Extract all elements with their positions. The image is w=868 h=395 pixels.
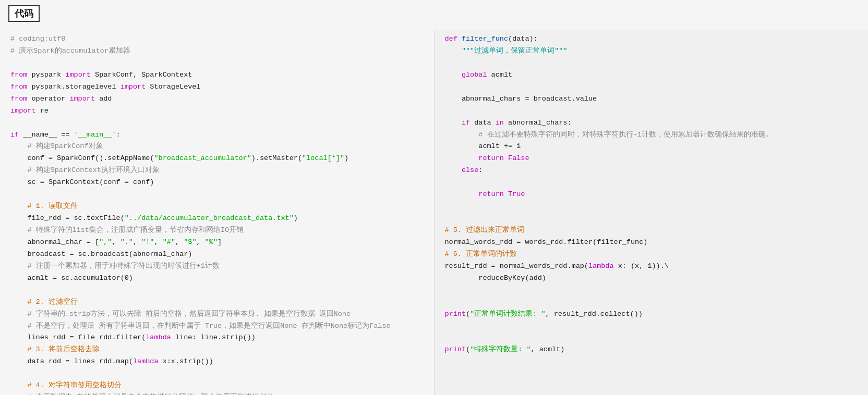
code-line: abnormal_char = [",", ".", "!", "#", "$"… xyxy=(10,237,424,249)
code-line: def filter_func(data): xyxy=(445,33,858,45)
blank-line xyxy=(445,213,858,225)
code-line: from pyspark import SparkConf, SparkCont… xyxy=(10,69,424,81)
code-line: # coding:utf8 xyxy=(10,33,424,45)
code-line: # 构建SparkContext执行环境入口对象 xyxy=(10,165,424,177)
code-line: else: xyxy=(445,165,858,177)
code-line: abnormal_chars = broadcast.value xyxy=(445,93,858,105)
code-line: # 由于数据中 有的单词之间是多个空格进行分隔的，那么使用正则进行划分 xyxy=(10,392,424,395)
code-line: lines_rdd = file_rdd.filter(lambda line:… xyxy=(10,332,424,344)
blank-line xyxy=(445,320,858,332)
code-line: acmlt += 1 xyxy=(445,141,858,153)
blank-line xyxy=(445,332,858,344)
blank-line xyxy=(445,201,858,213)
title-badge: 代码 xyxy=(0,5,868,30)
code-area: # coding:utf8# 演示Spark的accumulator累加器 fr… xyxy=(0,30,868,395)
code-line: reduceByKey(add) xyxy=(445,273,858,285)
blank-line xyxy=(10,117,424,129)
code-line: return False xyxy=(445,153,858,165)
blank-line xyxy=(10,189,424,201)
code-line: if data in abnormal_chars: xyxy=(445,117,858,129)
blank-line xyxy=(10,368,424,380)
code-line: conf = SparkConf().setAppName("broadcast… xyxy=(10,153,424,165)
code-line: normal_words_rdd = words_rdd.filter(filt… xyxy=(445,237,858,249)
blank-line xyxy=(445,285,858,297)
code-line: # 在过滤不要特殊字符的同时，对特殊字符执行+1计数，使用累加器计数确保结果的准… xyxy=(445,129,858,141)
blank-line xyxy=(10,57,424,69)
blank-line xyxy=(445,177,858,189)
code-line: # 特殊字符的list集合，注册成广播变量，节省内存和网络IO开销 xyxy=(10,225,424,237)
code-line: sc = SparkContext(conf = conf) xyxy=(10,177,424,189)
code-line: return True xyxy=(445,189,858,201)
code-line: from pyspark.storagelevel import Storage… xyxy=(10,81,424,93)
code-line: from operator import add xyxy=(10,93,424,105)
code-line: broadcast = sc.broadcast(abnormal_char) xyxy=(10,249,424,261)
blank-line xyxy=(445,297,858,308)
blank-line xyxy=(445,81,858,93)
code-line: acmlt = sc.accumulator(0) xyxy=(10,273,424,285)
code-line: print("正常单词计数结果: ", result_rdd.collect()… xyxy=(445,308,858,320)
right-code-block: def filter_func(data): """过滤单词，保留正常单词"""… xyxy=(434,30,869,395)
code-line: # 2. 过滤空行 xyxy=(10,297,424,308)
code-line: # 1. 读取文件 xyxy=(10,201,424,213)
code-line: data_rdd = lines_rdd.map(lambda x:x.stri… xyxy=(10,356,424,368)
code-line: # 6. 正常单词的计数 xyxy=(445,249,858,261)
code-line: # 5. 过滤出来正常单词 xyxy=(445,225,858,237)
blank-line xyxy=(445,57,858,69)
code-line: print("特殊字符数量: ", acmlt) xyxy=(445,344,858,356)
code-line: result_rdd = normal_words_rdd.map(lambda… xyxy=(445,261,858,273)
code-line: # 字符串的.strip方法，可以去除 前后的空格，然后返回字符串本身. 如果是… xyxy=(10,308,424,320)
code-line: if __name__ == '__main__': xyxy=(10,129,424,141)
code-line: global acmlt xyxy=(445,69,858,81)
code-line: """过滤单词，保留正常单词""" xyxy=(445,45,858,57)
code-line: # 4. 对字符串使用空格切分 xyxy=(10,380,424,392)
code-line: import re xyxy=(10,105,424,117)
left-code-block: # coding:utf8# 演示Spark的accumulator累加器 fr… xyxy=(0,30,434,395)
blank-line xyxy=(445,105,858,117)
code-line: # 3. 将前后空格去除 xyxy=(10,344,424,356)
code-line: # 构建SparkConf对象 xyxy=(10,141,424,153)
code-line: file_rdd = sc.textFile("../data/accumula… xyxy=(10,213,424,225)
code-line: # 演示Spark的accumulator累加器 xyxy=(10,45,424,57)
page-container: 代码 # coding:utf8# 演示Spark的accumulator累加器… xyxy=(0,0,868,395)
code-line: # 注册一个累加器，用于对特殊字符出现的时候进行+1计数 xyxy=(10,261,424,273)
code-line: # 不是空行，处理后 所有字符串返回，在判断中属于 True，如果是空行返回No… xyxy=(10,320,424,332)
blank-line xyxy=(10,285,424,297)
